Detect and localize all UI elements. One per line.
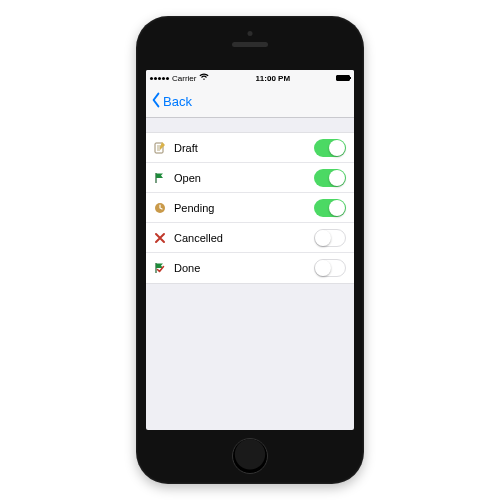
row-label: Cancelled [174, 232, 306, 244]
toggle-done[interactable] [314, 259, 346, 277]
row-label: Draft [174, 142, 306, 154]
back-button[interactable]: Back [150, 92, 192, 111]
wifi-icon [199, 73, 209, 83]
home-button[interactable] [232, 438, 268, 474]
draft-icon [154, 142, 166, 154]
nav-bar: Back [146, 86, 354, 118]
battery-icon [336, 75, 350, 81]
row-open: Open [146, 163, 354, 193]
clock: 11:00 PM [255, 74, 290, 83]
screen: Carrier 11:00 PM Back [146, 70, 354, 430]
chevron-left-icon [150, 92, 162, 111]
signal-dots-icon [150, 77, 169, 80]
done-icon [154, 262, 166, 274]
settings-list: Draft Open Pending [146, 132, 354, 284]
carrier-label: Carrier [172, 74, 196, 83]
toggle-pending[interactable] [314, 199, 346, 217]
row-draft: Draft [146, 133, 354, 163]
cancelled-icon [154, 232, 166, 244]
toggle-open[interactable] [314, 169, 346, 187]
row-label: Pending [174, 202, 306, 214]
toggle-draft[interactable] [314, 139, 346, 157]
back-label: Back [163, 94, 192, 109]
row-label: Open [174, 172, 306, 184]
toggle-cancelled[interactable] [314, 229, 346, 247]
open-icon [154, 172, 166, 184]
pending-icon [154, 202, 166, 214]
status-bar: Carrier 11:00 PM [146, 70, 354, 86]
row-cancelled: Cancelled [146, 223, 354, 253]
row-pending: Pending [146, 193, 354, 223]
row-done: Done [146, 253, 354, 283]
phone-frame: Carrier 11:00 PM Back [136, 16, 364, 484]
row-label: Done [174, 262, 306, 274]
